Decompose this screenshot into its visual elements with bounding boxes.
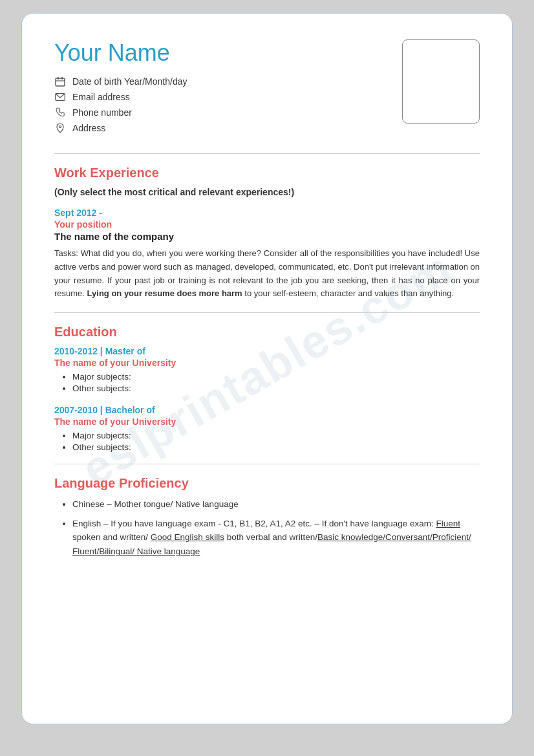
edu-date-degree-1: 2007-2010 | Bachelor of bbox=[54, 405, 480, 415]
lang-mid1: spoken and written/ bbox=[72, 532, 151, 542]
edu-university-1: The name of your University bbox=[54, 416, 480, 427]
edu-subject-item: Other subjects: bbox=[72, 383, 480, 393]
svg-rect-0 bbox=[56, 78, 65, 86]
education-title: Education bbox=[54, 325, 480, 340]
svg-point-5 bbox=[59, 126, 61, 128]
work-tasks-bold: Lying on your resume does more harm bbox=[87, 288, 242, 298]
candidate-name: Your Name bbox=[54, 39, 389, 67]
header: Your Name Date of birth Year/Month/day bbox=[54, 39, 480, 138]
phone-icon bbox=[54, 107, 66, 118]
language-title: Language Proficiency bbox=[54, 476, 480, 491]
edu-subject-item: Major subjects: bbox=[72, 431, 480, 440]
work-tasks: Tasks: What did you do, when you were wo… bbox=[54, 247, 480, 301]
work-date: Sept 2012 - bbox=[54, 208, 480, 218]
work-position: Your position bbox=[54, 219, 480, 230]
email-icon bbox=[54, 91, 66, 103]
work-entry: Sept 2012 - Your position The name of th… bbox=[54, 208, 480, 301]
work-experience-note: (Only select the most critical and relev… bbox=[54, 187, 480, 197]
lang-item-chinese: Chinese – Mother tongue/ Native language bbox=[72, 497, 480, 512]
phone-label: Phone number bbox=[72, 107, 132, 118]
dob-icon bbox=[54, 76, 66, 87]
edu-subjects-0: Major subjects: Other subjects: bbox=[54, 372, 480, 393]
email-label: Email address bbox=[72, 92, 130, 102]
edu-subject-item: Other subjects: bbox=[72, 442, 480, 452]
language-list: Chinese – Mother tongue/ Native language… bbox=[54, 497, 480, 558]
work-experience-title: Work Experience bbox=[54, 166, 480, 180]
photo-placeholder bbox=[402, 39, 480, 124]
lang-good-english-underline: Good English skills bbox=[151, 532, 224, 542]
edu-subject-item: Major subjects: bbox=[72, 372, 480, 382]
email-row: Email address bbox=[54, 91, 389, 103]
education-section: Education 2010-2012 | Master of The name… bbox=[54, 325, 480, 452]
work-education-divider bbox=[54, 312, 480, 313]
work-experience-section: Work Experience (Only select the most cr… bbox=[54, 166, 480, 301]
edu-subjects-1: Major subjects: Other subjects: bbox=[54, 431, 480, 452]
education-language-divider bbox=[54, 464, 480, 464]
edu-entry-1: 2007-2010 | Bachelor of The name of your… bbox=[54, 405, 480, 452]
lang-mid2: both verbal and written/ bbox=[224, 532, 317, 542]
lang-english-prefix: English – If you have language exam - C1… bbox=[72, 519, 436, 528]
lang-item-english: English – If you have language exam - C1… bbox=[72, 517, 480, 559]
dob-label: Date of birth Year/Month/day bbox=[72, 76, 187, 87]
language-section: Language Proficiency Chinese – Mother to… bbox=[54, 476, 480, 558]
address-row: Address bbox=[54, 122, 389, 134]
dob-row: Date of birth Year/Month/day bbox=[54, 76, 389, 87]
work-company: The name of the company bbox=[54, 231, 480, 242]
address-icon bbox=[54, 122, 66, 134]
edu-date-degree-0: 2010-2012 | Master of bbox=[54, 346, 480, 356]
work-tasks-suffix: to your self-esteem, character and value… bbox=[244, 288, 454, 298]
lang-chinese-text: Chinese – Mother tongue/ Native language bbox=[72, 499, 239, 509]
header-left: Your Name Date of birth Year/Month/day bbox=[54, 39, 389, 138]
edu-university-0: The name of your University bbox=[54, 358, 480, 368]
phone-row: Phone number bbox=[54, 107, 389, 118]
address-label: Address bbox=[72, 123, 105, 133]
edu-entry-0: 2010-2012 | Master of The name of your U… bbox=[54, 346, 480, 393]
header-divider bbox=[54, 153, 480, 154]
lang-fluent-underline: Fluent bbox=[436, 519, 460, 528]
resume-card: eslprintables.com Your Name Date of birt… bbox=[21, 13, 513, 724]
